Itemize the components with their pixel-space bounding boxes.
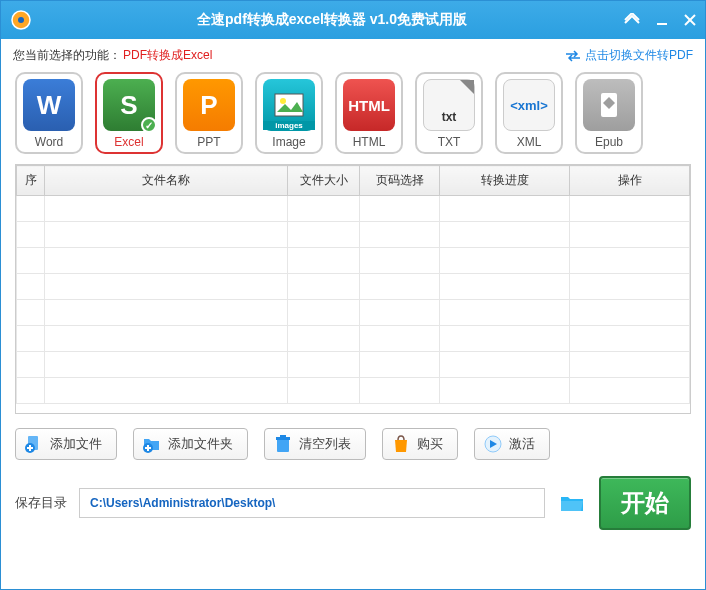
col-header-page[interactable]: 页码选择 xyxy=(360,166,440,196)
format-label: Epub xyxy=(595,135,623,149)
clear-list-label: 清空列表 xyxy=(299,435,351,453)
minimize-button[interactable] xyxy=(655,13,669,27)
save-dir-label: 保存目录 xyxy=(15,494,67,512)
add-file-icon xyxy=(24,434,44,454)
function-bar: 您当前选择的功能： PDF转换成Excel 点击切换文件转PDF xyxy=(1,39,705,72)
switch-mode-text: 点击切换文件转PDF xyxy=(585,47,693,64)
table-row xyxy=(17,300,690,326)
table-row xyxy=(17,326,690,352)
svg-rect-13 xyxy=(280,435,286,438)
html-icon: HTML xyxy=(343,79,395,131)
format-tile-xml[interactable]: <xml> XML xyxy=(495,72,563,154)
format-label: Excel xyxy=(114,135,143,149)
close-button[interactable] xyxy=(683,13,697,27)
col-header-progress[interactable]: 转换进度 xyxy=(440,166,570,196)
save-path-input[interactable] xyxy=(79,488,545,518)
format-label: XML xyxy=(517,135,542,149)
titlebar[interactable]: 全速pdf转换成excel转换器 v1.0免费试用版 xyxy=(1,1,705,39)
excel-icon: S✓ xyxy=(103,79,155,131)
table-row xyxy=(17,196,690,222)
activate-button[interactable]: 激活 xyxy=(474,428,550,460)
folder-icon xyxy=(559,493,585,513)
browse-folder-button[interactable] xyxy=(557,491,587,515)
svg-rect-11 xyxy=(277,439,289,452)
col-header-size[interactable]: 文件大小 xyxy=(288,166,360,196)
svg-point-1 xyxy=(18,17,24,23)
add-folder-icon xyxy=(142,434,162,454)
format-tile-ppt[interactable]: P PPT xyxy=(175,72,243,154)
format-label: TXT xyxy=(438,135,461,149)
ppt-icon: P xyxy=(183,79,235,131)
shopping-bag-icon xyxy=(391,434,411,454)
current-function-label: 您当前选择的功能： xyxy=(13,47,121,64)
add-file-label: 添加文件 xyxy=(50,435,102,453)
trash-icon xyxy=(273,434,293,454)
main-window: 全速pdf转换成excel转换器 v1.0免费试用版 您当前选择的功能： PDF… xyxy=(0,0,706,590)
format-tile-epub[interactable]: Epub xyxy=(575,72,643,154)
svg-point-6 xyxy=(280,98,286,104)
table-row xyxy=(17,352,690,378)
col-header-op[interactable]: 操作 xyxy=(570,166,690,196)
format-row: W Word S✓ Excel P PPT images Image HTML … xyxy=(1,72,705,164)
epub-icon xyxy=(583,79,635,131)
format-tile-html[interactable]: HTML HTML xyxy=(335,72,403,154)
clear-list-button[interactable]: 清空列表 xyxy=(264,428,366,460)
col-header-seq[interactable]: 序 xyxy=(17,166,45,196)
format-tile-excel[interactable]: S✓ Excel xyxy=(95,72,163,154)
txt-icon: txt xyxy=(423,79,475,131)
format-label: PPT xyxy=(197,135,220,149)
action-row: 添加文件 添加文件夹 清空列表 购买 激活 xyxy=(1,414,705,468)
xml-icon: <xml> xyxy=(503,79,555,131)
buy-label: 购买 xyxy=(417,435,443,453)
bottom-row: 保存目录 开始 xyxy=(1,468,705,544)
table-row xyxy=(17,378,690,404)
add-file-button[interactable]: 添加文件 xyxy=(15,428,117,460)
activate-icon xyxy=(483,434,503,454)
col-header-name[interactable]: 文件名称 xyxy=(45,166,288,196)
start-button[interactable]: 开始 xyxy=(599,476,691,530)
image-icon: images xyxy=(263,79,315,131)
format-label: HTML xyxy=(353,135,386,149)
app-logo-icon xyxy=(9,8,33,32)
add-folder-label: 添加文件夹 xyxy=(168,435,233,453)
buy-button[interactable]: 购买 xyxy=(382,428,458,460)
pin-icon[interactable] xyxy=(623,13,641,27)
current-function-value: PDF转换成Excel xyxy=(123,47,212,64)
add-folder-button[interactable]: 添加文件夹 xyxy=(133,428,248,460)
table-row xyxy=(17,222,690,248)
table-row xyxy=(17,248,690,274)
format-label: Image xyxy=(272,135,305,149)
format-tile-word[interactable]: W Word xyxy=(15,72,83,154)
format-tile-txt[interactable]: txt TXT xyxy=(415,72,483,154)
file-table: 序 文件名称 文件大小 页码选择 转换进度 操作 xyxy=(15,164,691,414)
window-title: 全速pdf转换成excel转换器 v1.0免费试用版 xyxy=(41,11,623,29)
format-label: Word xyxy=(35,135,63,149)
switch-mode-link[interactable]: 点击切换文件转PDF xyxy=(565,47,693,64)
format-tile-image[interactable]: images Image xyxy=(255,72,323,154)
swap-icon xyxy=(565,50,581,62)
activate-label: 激活 xyxy=(509,435,535,453)
table-row xyxy=(17,274,690,300)
word-icon: W xyxy=(23,79,75,131)
table-body xyxy=(17,196,690,404)
